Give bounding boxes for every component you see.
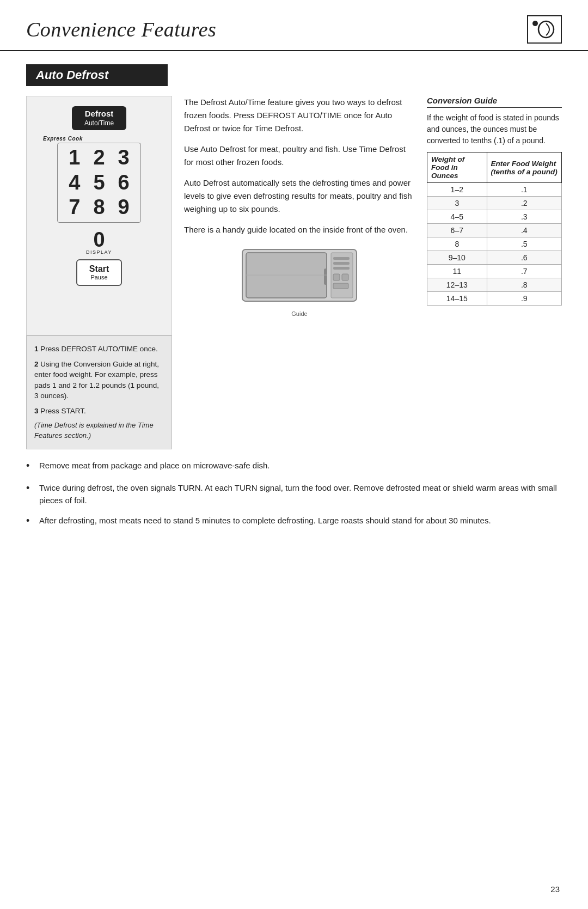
middle-panel: The Defrost Auto/Time feature gives you …	[172, 96, 427, 449]
tenths-cell: .7	[487, 265, 561, 278]
key-4: 4	[62, 170, 87, 196]
microwave-label: Guide	[291, 310, 307, 317]
bullet-text: Twice during defrost, the oven signals T…	[39, 481, 562, 507]
key-0: 0	[93, 228, 105, 252]
oz-cell: 8	[427, 237, 487, 251]
svg-rect-10	[333, 283, 348, 289]
oz-cell: 14–15	[427, 292, 487, 306]
defrost-button: Defrost Auto/Time	[72, 106, 126, 130]
table-row: 9–10.6	[427, 251, 562, 265]
step-1-content: Press DEFROST AUTO/TIME once.	[40, 345, 158, 353]
main-content: Defrost Auto/Time Express Cook 1 2 3 4 5…	[0, 86, 588, 449]
bullet-text: After defrosting, most meats need to sta…	[39, 514, 491, 527]
table-row: 8.5	[427, 237, 562, 251]
left-panel: Defrost Auto/Time Express Cook 1 2 3 4 5…	[26, 96, 172, 449]
steps-box: 1 Press DEFROST AUTO/TIME once. 2 Using …	[26, 335, 172, 449]
oz-cell: 4–5	[427, 210, 487, 224]
keypad-area: Defrost Auto/Time Express Cook 1 2 3 4 5…	[26, 96, 172, 335]
microwave-illustration: Guide	[184, 244, 415, 317]
bullet-text: Remove meat from package and place on mi…	[39, 459, 270, 472]
keypad-grid-wrapper: 1 2 3 4 5 6 7 8 9	[57, 143, 140, 223]
key-2: 2	[87, 145, 111, 170]
bullet-item: •Remove meat from package and place on m…	[26, 459, 562, 474]
col2-header: Enter Food Weight (tenths of a pound)	[487, 152, 561, 183]
bullets-container: •Remove meat from package and place on m…	[26, 459, 562, 529]
table-row: 3.2	[427, 197, 562, 210]
step-2: 2 Using the Conversion Guide at right, e…	[34, 359, 164, 401]
bullet-item: •After defrosting, most meats need to st…	[26, 514, 562, 529]
conversion-guide-title: Conversion Guide	[427, 96, 562, 108]
bullet-dot: •	[26, 514, 36, 529]
key-6: 6	[112, 170, 136, 196]
col1-header: Weight of Food in Ounces	[427, 152, 487, 183]
start-button: Start Pause	[76, 259, 122, 285]
bullet-dot: •	[26, 459, 36, 474]
section-title: Auto Defrost	[26, 64, 168, 86]
tenths-cell: .5	[487, 237, 561, 251]
oz-cell: 12–13	[427, 278, 487, 292]
middle-para-1: The Defrost Auto/Time feature gives you …	[184, 96, 415, 135]
step-2-content: Using the Conversion Guide at right, ent…	[34, 360, 159, 400]
keypad-grid: 1 2 3 4 5 6 7 8 9	[62, 145, 136, 220]
svg-rect-3	[324, 269, 327, 285]
oz-cell: 3	[427, 197, 487, 210]
express-cook-label: Express Cook	[43, 136, 83, 142]
step-3-content: Press START.	[40, 407, 86, 415]
middle-para-3: Auto Defrost automatically sets the defr…	[184, 176, 415, 216]
table-row: 4–5.3	[427, 210, 562, 224]
middle-para-4: There is a handy guide located on the in…	[184, 223, 415, 236]
microwave-svg	[240, 244, 359, 309]
conversion-table: Weight of Food in Ounces Enter Food Weig…	[427, 152, 562, 306]
tenths-cell: .8	[487, 278, 561, 292]
tenths-cell: .1	[487, 183, 561, 197]
svg-rect-5	[333, 257, 350, 260]
tenths-cell: .3	[487, 210, 561, 224]
table-row: 6–7.4	[427, 224, 562, 237]
step-2-number: 2	[34, 360, 39, 368]
step-1-number: 1	[34, 345, 39, 353]
table-row: 12–13.8	[427, 278, 562, 292]
header-icon	[527, 15, 562, 44]
tenths-cell: .2	[487, 197, 561, 210]
svg-rect-8	[333, 274, 340, 280]
svg-rect-6	[333, 262, 350, 265]
header-dot	[532, 21, 538, 26]
bullets-section: •Remove meat from package and place on m…	[0, 449, 588, 546]
key-9: 9	[112, 195, 136, 220]
step-3-number: 3	[34, 407, 39, 415]
step-3: 3 Press START.	[34, 406, 164, 417]
tenths-cell: .6	[487, 251, 561, 265]
page-title: Convenience Features	[26, 17, 216, 41]
tenths-cell: .4	[487, 224, 561, 237]
oz-cell: 6–7	[427, 224, 487, 237]
display-label: Display	[86, 249, 112, 255]
svg-rect-7	[333, 267, 350, 270]
key-3: 3	[112, 145, 136, 170]
oz-cell: 11	[427, 265, 487, 278]
key-8: 8	[87, 195, 111, 220]
bullet-item: •Twice during defrost, the oven signals …	[26, 481, 562, 507]
bullet-dot: •	[26, 481, 36, 496]
svg-rect-9	[342, 274, 348, 280]
conversion-guide-intro: If the weight of food is stated in pound…	[427, 112, 562, 147]
time-defrost-note: (Time Defrost is explained in the Time F…	[34, 420, 164, 441]
keypad-zero-row: 0 Display	[86, 228, 112, 255]
table-row: 1–2.1	[427, 183, 562, 197]
oz-cell: 9–10	[427, 251, 487, 265]
tenths-cell: .9	[487, 292, 561, 306]
page-number: 23	[550, 884, 560, 894]
key-7: 7	[62, 195, 87, 220]
page-header: Convenience Features	[0, 0, 588, 51]
key-5: 5	[87, 170, 111, 196]
oz-cell: 1–2	[427, 183, 487, 197]
right-panel: Conversion Guide If the weight of food i…	[427, 96, 562, 449]
key-1: 1	[62, 145, 87, 170]
step-1: 1 Press DEFROST AUTO/TIME once.	[34, 344, 164, 355]
middle-para-2: Use Auto Defrost for meat, poultry and f…	[184, 143, 415, 169]
table-row: 11.7	[427, 265, 562, 278]
table-row: 14–15.9	[427, 292, 562, 306]
